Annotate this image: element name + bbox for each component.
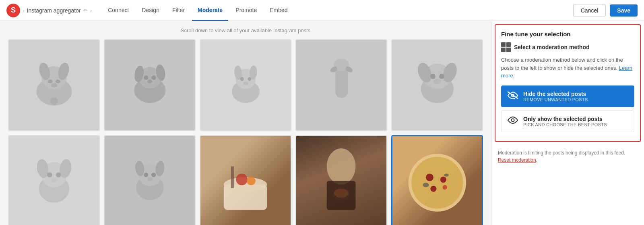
svg-point-44: [144, 173, 148, 177]
svg-point-37: [47, 172, 52, 177]
dog-photo-5: [392, 40, 482, 130]
sidebar: Fine tune your selection Select a modera…: [491, 21, 644, 225]
tab-connect[interactable]: Connect: [102, 0, 134, 21]
header-actions: Cancel Save: [573, 4, 638, 17]
nav-tabs: Connect Design Filter Moderate Promote E…: [102, 0, 293, 21]
svg-point-31: [439, 74, 444, 79]
svg-point-4: [47, 79, 53, 83]
svg-point-19: [240, 77, 244, 81]
post-item[interactable]: [295, 135, 387, 225]
breadcrumb-arrow-2: ›: [90, 7, 92, 14]
post-item[interactable]: [8, 135, 100, 225]
svg-point-61: [442, 185, 447, 189]
method-section-title: Select a moderation method: [514, 44, 589, 50]
food-photo-1: [200, 136, 291, 225]
svg-point-58: [426, 173, 433, 181]
show-option[interactable]: Only show the selected posts PICK AND CH…: [501, 110, 634, 132]
post-item[interactable]: [391, 39, 483, 131]
tab-embed[interactable]: Embed: [264, 0, 293, 21]
posts-area: Scroll down to view all of your availabl…: [0, 21, 491, 225]
svg-point-46: [147, 177, 153, 181]
svg-point-49: [236, 174, 248, 185]
post-item[interactable]: [104, 39, 196, 131]
svg-point-14: [147, 79, 153, 83]
svg-point-32: [433, 79, 441, 84]
svg-point-39: [51, 177, 57, 182]
moderation-panel: Fine tune your selection Select a modera…: [495, 24, 641, 142]
grid-cell: [506, 42, 511, 47]
eye-icon: [507, 116, 518, 127]
grid-icon: [501, 42, 511, 52]
dog-photo-6: [9, 136, 99, 225]
post-item[interactable]: [104, 135, 196, 225]
show-option-text: Only show the selected posts PICK AND CH…: [523, 116, 607, 127]
svg-point-5: [55, 79, 60, 83]
header: S › Instagram aggregator ✏ › Connect Des…: [0, 0, 644, 21]
show-option-title: Only show the selected posts: [523, 116, 607, 122]
method-description: Choose a moderation method below and cli…: [501, 56, 634, 80]
svg-point-57: [411, 157, 463, 208]
food-photo-3: [392, 136, 482, 225]
panel-title: Fine tune your selection: [501, 31, 634, 38]
method-header: Select a moderation method: [501, 42, 634, 52]
svg-point-12: [144, 75, 148, 80]
grid-cell: [506, 48, 511, 52]
svg-rect-51: [231, 167, 234, 188]
dog-photo-2: [105, 40, 195, 130]
hide-option-title: Hide the selected posts: [523, 91, 588, 97]
svg-point-60: [430, 185, 436, 192]
dog-photo-7: [105, 136, 195, 225]
hide-option-subtitle: REMOVE UNWANTED POSTS: [523, 97, 588, 102]
sidebar-footer: Moderation is limiting the posts being d…: [491, 145, 644, 168]
hide-option[interactable]: Hide the selected posts REMOVE UNWANTED …: [501, 85, 634, 107]
reset-moderation-link[interactable]: Reset moderation: [498, 157, 536, 163]
save-button[interactable]: Save: [610, 4, 638, 17]
cancel-button[interactable]: Cancel: [573, 4, 606, 17]
svg-point-45: [151, 173, 156, 177]
svg-point-59: [440, 177, 446, 183]
breadcrumb-arrow-1: ›: [23, 7, 25, 14]
post-item[interactable]: [295, 39, 387, 131]
posts-grid: [8, 39, 483, 225]
svg-point-21: [243, 81, 248, 85]
svg-point-30: [430, 74, 436, 79]
svg-point-52: [327, 148, 356, 185]
svg-point-55: [334, 189, 349, 198]
svg-point-20: [248, 77, 251, 81]
posts-hint: Scroll down to view all of your availabl…: [8, 27, 483, 33]
svg-point-13: [151, 75, 156, 80]
grid-cell: [501, 48, 506, 52]
post-item-selected[interactable]: [391, 135, 483, 225]
food-photo-2: [296, 136, 386, 225]
post-item[interactable]: [200, 135, 291, 225]
svg-point-6: [51, 83, 57, 88]
dog-photo-1: [9, 40, 99, 130]
breadcrumb: Instagram aggregator ✏: [27, 7, 88, 14]
tab-promote[interactable]: Promote: [230, 0, 262, 21]
svg-point-65: [512, 119, 514, 121]
dog-photo-3: [200, 40, 291, 130]
svg-point-7: [50, 97, 58, 105]
post-item[interactable]: [200, 39, 291, 131]
svg-point-50: [247, 177, 256, 185]
tab-filter[interactable]: Filter: [167, 0, 190, 21]
dog-photo-4: [296, 40, 386, 130]
edit-icon[interactable]: ✏: [83, 7, 88, 13]
svg-point-62: [423, 183, 429, 187]
post-item[interactable]: [8, 39, 100, 131]
svg-point-38: [56, 172, 61, 177]
eye-slash-icon: [507, 91, 518, 102]
main-layout: Scroll down to view all of your availabl…: [0, 21, 644, 225]
logo: S: [6, 4, 20, 17]
tab-design[interactable]: Design: [136, 0, 165, 21]
grid-cell: [501, 42, 506, 47]
show-option-subtitle: PICK AND CHOOSE THE BEST POSTS: [523, 122, 607, 127]
hide-option-text: Hide the selected posts REMOVE UNWANTED …: [523, 91, 588, 102]
svg-point-63: [444, 173, 448, 177]
tab-moderate[interactable]: Moderate: [192, 0, 228, 21]
